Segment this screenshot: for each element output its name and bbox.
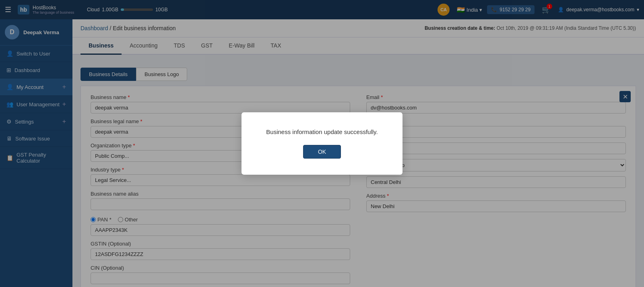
modal-box: Business information update successfully…: [242, 112, 402, 175]
modal-message: Business information update successfully…: [266, 128, 378, 135]
modal-ok-button[interactable]: OK: [303, 145, 341, 159]
modal-overlay: Business information update successfully…: [0, 0, 644, 287]
